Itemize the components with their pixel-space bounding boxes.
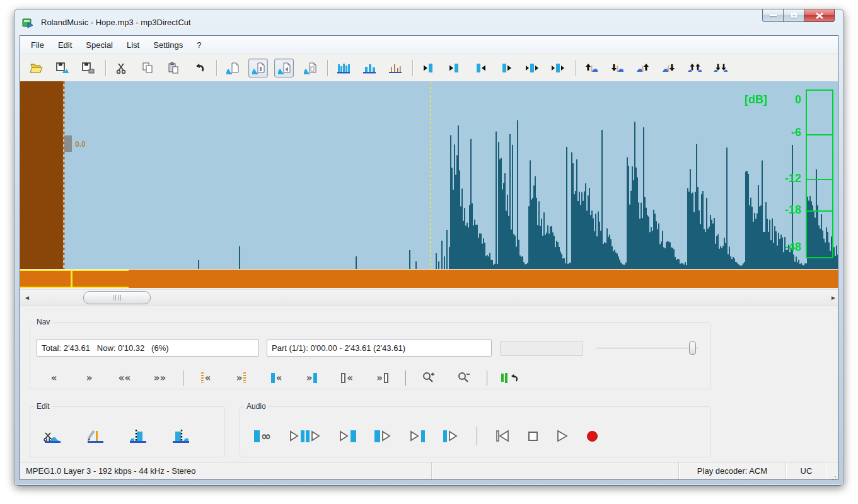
set-end-button[interactable] [168,425,194,447]
loop-selection-button[interactable]: ∞ [254,425,271,447]
zoom-mid-button[interactable] [359,59,379,77]
step-forward-button[interactable]: » [77,369,101,386]
copy-icon [141,62,154,74]
db-tick-12: -12 [774,172,801,185]
goto-file-end-button[interactable]: » [229,369,253,386]
paste-button[interactable] [163,59,183,77]
wave-file-button-2[interactable] [248,59,268,77]
zoom-detail-button[interactable] [385,59,405,77]
zoom-full-button[interactable] [333,59,353,77]
nav-separator [183,370,183,386]
toolbar-separator [412,60,413,76]
part-readout-field[interactable]: Part (1/1): 0'00.00 - 2'43.61 (2'43.61) [267,340,492,357]
goto-part-end-button[interactable]: » [370,369,395,386]
stop-button[interactable] [528,425,538,447]
fade-in-start-button[interactable] [581,59,601,77]
fade-out-start-button[interactable] [607,59,627,77]
wave-file-button-1[interactable] [223,59,242,77]
arrow-left-bar-icon [422,62,435,74]
play-button[interactable] [556,425,569,447]
part-bar-icon [341,373,345,383]
arrows-in-bar-icon [551,62,565,74]
status-bar: MPEG1.0 Layer 3 - 192 kbps - 44 kHz - St… [20,462,838,479]
wave-file-button-3[interactable] [274,59,294,77]
gain-down-selection-button[interactable] [710,59,730,77]
menu-settings[interactable]: Settings [146,37,190,53]
goto-selection-end-button[interactable]: » [299,369,324,386]
restore-last-position-button[interactable] [497,369,522,386]
scroll-left-arrow[interactable]: ◄ [20,290,34,305]
expand-selection-button[interactable] [522,59,542,77]
view-range-marker [20,270,129,288]
fade-in-end-button[interactable] [633,59,652,77]
resize-grip-icon[interactable] [835,476,836,478]
undo-icon [193,62,206,74]
maximize-button[interactable] [784,9,804,22]
menu-special[interactable]: Special [79,37,120,53]
record-button[interactable] [587,425,598,447]
scroll-right-arrow[interactable]: ► [826,290,838,305]
scrollbar-thumb[interactable] [83,291,151,304]
close-button[interactable] [804,9,835,22]
shrink-selection-button[interactable] [548,59,567,77]
play-from-begin-button[interactable] [374,425,391,447]
db-unit-label: [dB] [745,93,767,106]
fast-back-button[interactable]: «« [112,369,137,386]
open-file-button[interactable] [26,59,46,77]
goto-selection-start-button[interactable]: « [264,369,289,386]
bar-arrow-right-icon [500,62,513,74]
nav-buttons: « » «« »» « » « » « » [42,369,533,386]
db-tick-18: -18 [774,203,801,217]
fast-forward-button[interactable]: »» [148,369,172,386]
menu-list[interactable]: List [120,37,146,53]
window-title: RolandMusic - Hope.mp3 - mp3DirectCut [41,18,191,27]
zoom-in-button[interactable] [416,369,441,386]
toolbar-separator [216,60,217,76]
skip-to-start-button[interactable] [495,425,510,447]
menu-file[interactable]: File [24,37,51,53]
play-to-end-button[interactable] [410,425,425,447]
goto-part-start-button[interactable]: « [335,369,359,386]
fade-out-end-button[interactable] [659,59,678,77]
save-part-button[interactable] [78,59,98,77]
preview-cut-button[interactable] [289,425,321,447]
db-tick-0: 0 [774,93,801,106]
meter-line-6 [807,134,832,135]
cut-selection-button[interactable] [39,425,66,447]
dotted-bar-icon [201,372,204,383]
menu-edit[interactable]: Edit [51,37,79,53]
wave-page-icon [226,62,240,74]
copy-button[interactable] [137,59,157,77]
arrows-out-bar-icon [525,62,539,74]
cut-button[interactable] [112,59,131,77]
end-left-button[interactable] [470,59,490,77]
waveform-canvas[interactable] [20,81,838,269]
paste-icon [167,62,180,74]
step-back-button[interactable]: « [42,369,66,386]
position-readout-field[interactable]: Total: 2'43.61 Now: 0'10.32 (6%) [37,340,259,357]
undo-button[interactable] [189,59,209,77]
edit-legend: Edit [34,402,52,411]
file-position-bar[interactable] [20,270,838,288]
gain-up-selection-button[interactable] [685,59,704,77]
play-to-begin-button[interactable] [339,425,356,447]
slider-track [596,348,699,349]
goto-file-start-button[interactable]: « [194,369,218,386]
selection-bar-icon [421,430,425,442]
menu-help[interactable]: ? [190,37,208,53]
horizontal-scrollbar[interactable]: ◄ ► [20,289,838,306]
wave-file-button-4[interactable] [300,59,320,77]
begin-left-button[interactable] [419,59,438,77]
set-begin-button[interactable] [125,425,151,447]
title-bar[interactable]: RolandMusic - Hope.mp3 - mp3DirectCut [14,9,844,35]
save-audio-button[interactable] [52,59,72,77]
speed-slider[interactable] [596,341,699,356]
slider-thumb[interactable] [689,341,696,355]
nav-legend: Nav [34,318,52,326]
set-cue-button[interactable] [82,425,108,447]
end-right-button[interactable] [496,59,516,77]
play-from-end-button[interactable] [443,425,458,447]
minimize-button[interactable] [762,9,784,22]
zoom-out-button[interactable] [451,369,476,386]
begin-right-button[interactable] [444,59,464,77]
